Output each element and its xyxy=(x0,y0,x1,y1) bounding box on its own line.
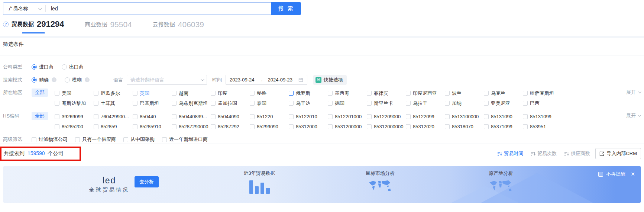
hs-expand-button[interactable]: 展开 xyxy=(626,112,640,119)
close-icon[interactable]: ✕ xyxy=(631,171,635,177)
radio-icon[interactable] xyxy=(32,77,37,83)
checkbox-icon[interactable] xyxy=(123,137,128,142)
checkbox-icon[interactable] xyxy=(162,137,167,142)
hs-checkbox-item[interactable]: 85285200 xyxy=(55,122,94,132)
checkbox-icon[interactable] xyxy=(211,91,216,96)
region-checkbox-item[interactable]: 印度尼西亚 xyxy=(406,88,445,98)
advanced-checkbox-item[interactable]: 只有一个供应商 xyxy=(75,135,116,144)
hs-checkbox-item[interactable]: 8513100000 xyxy=(445,112,484,122)
region-all-chip[interactable]: 全部 xyxy=(32,89,48,97)
checkbox-icon[interactable] xyxy=(133,91,137,96)
question-circle-icon[interactable]: ? xyxy=(3,22,9,27)
checkbox-icon[interactable] xyxy=(172,114,177,119)
sort-button[interactable]: 贸易次数 xyxy=(531,150,557,157)
checkbox-icon[interactable] xyxy=(133,114,137,119)
checkbox-icon[interactable] xyxy=(55,124,59,129)
checkbox-icon[interactable] xyxy=(484,114,489,119)
region-checkbox-item[interactable]: 亚美尼亚 xyxy=(484,98,523,108)
region-checkbox-item[interactable]: 泰国 xyxy=(250,98,289,108)
checkbox-icon[interactable] xyxy=(406,91,411,96)
region-checkbox-item[interactable]: 墨西哥 xyxy=(328,88,367,98)
search-button[interactable]: 搜 索 xyxy=(271,2,301,15)
checkbox-icon[interactable] xyxy=(406,101,411,106)
region-checkbox-item[interactable]: 巴基斯坦 xyxy=(133,98,172,108)
checkbox-icon[interactable] xyxy=(445,124,450,129)
checkbox-icon[interactable] xyxy=(523,124,528,129)
region-checkbox-item[interactable]: 德国 xyxy=(328,98,367,108)
region-checkbox-item[interactable]: 越南 xyxy=(172,88,211,98)
hs-checkbox-item[interactable]: 85371099 xyxy=(484,122,523,132)
hs-checkbox-item[interactable]: 8512201000 xyxy=(328,112,367,122)
banner-card-target-market[interactable]: 目标市场分析 xyxy=(347,170,414,196)
checkbox-icon[interactable] xyxy=(367,124,372,129)
checkbox-icon[interactable] xyxy=(328,114,333,119)
radio-importer[interactable]: 进口商 xyxy=(32,62,54,71)
checkbox-icon[interactable] xyxy=(55,91,59,96)
tab-trade-data[interactable]: ? 贸易数据 291294 xyxy=(3,19,64,33)
checkbox-icon[interactable] xyxy=(250,124,255,129)
checkbox-icon[interactable] xyxy=(32,137,36,142)
checkbox-icon[interactable] xyxy=(211,114,216,119)
hs-checkbox-item[interactable]: 850440 xyxy=(133,112,172,122)
hs-checkbox-item[interactable]: 851220 xyxy=(250,112,289,122)
hs-checkbox-item[interactable]: 852859 xyxy=(94,122,133,132)
region-checkbox-item[interactable]: 孟加拉国 xyxy=(211,98,250,108)
hs-checkbox-item[interactable]: 853951 xyxy=(523,122,562,132)
hs-checkbox-item[interactable]: 850440839... xyxy=(172,112,211,122)
hs-checkbox-item[interactable]: 85131099 xyxy=(523,112,562,122)
hs-checkbox-item[interactable]: 85312000000 xyxy=(367,122,406,132)
sort-button[interactable]: 供应商数 xyxy=(564,150,590,157)
checkbox-icon[interactable] xyxy=(172,124,177,129)
region-checkbox-item[interactable]: 厄瓜多尔 xyxy=(94,88,133,98)
checkbox-icon[interactable] xyxy=(406,114,411,119)
region-checkbox-item[interactable]: 俄罗斯 xyxy=(289,88,328,98)
hs-checkbox-item[interactable]: 8512209000 xyxy=(367,112,406,122)
hs-checkbox-item[interactable]: 85131090 xyxy=(484,112,523,122)
radio-icon[interactable] xyxy=(62,64,67,70)
hs-checkbox-item[interactable]: 85122010 xyxy=(289,112,328,122)
checkbox-icon[interactable] xyxy=(94,91,98,96)
checkbox-icon[interactable] xyxy=(172,91,177,96)
checkbox-icon[interactable] xyxy=(94,124,98,129)
checkbox-icon[interactable] xyxy=(406,124,411,129)
radio-exact[interactable]: 精确 i xyxy=(32,76,56,84)
region-checkbox-item[interactable]: 乌拉圭 xyxy=(406,98,445,108)
checkbox-icon[interactable] xyxy=(250,91,255,96)
radio-icon[interactable] xyxy=(65,77,70,83)
checkbox-icon[interactable] xyxy=(133,124,137,129)
checkbox-icon[interactable] xyxy=(523,101,528,106)
checkbox-icon[interactable] xyxy=(328,124,333,129)
tab-business-data[interactable]: 商业数据 95504 xyxy=(85,20,132,33)
checkbox-icon[interactable] xyxy=(328,91,333,96)
checkbox-icon[interactable] xyxy=(445,114,450,119)
checkbox-icon[interactable] xyxy=(523,91,528,96)
checkbox-icon[interactable] xyxy=(367,101,372,106)
region-checkbox-item[interactable]: 哈萨克斯坦 xyxy=(523,88,562,98)
region-checkbox-item[interactable]: 印度 xyxy=(211,88,250,98)
hs-checkbox-item[interactable]: 85122099 xyxy=(406,112,445,122)
import-crm-button[interactable]: 导入内部CRM xyxy=(595,148,641,159)
region-checkbox-item[interactable]: 乌克兰 xyxy=(484,88,523,98)
checkbox-icon[interactable] xyxy=(211,101,216,106)
region-checkbox-item[interactable]: 菲律宾 xyxy=(367,88,406,98)
region-checkbox-item[interactable]: 斯里兰卡 xyxy=(367,98,406,108)
checkbox-icon[interactable] xyxy=(289,114,294,119)
search-field-selector[interactable]: 产品名称 xyxy=(3,5,45,12)
checkbox-icon[interactable] xyxy=(94,114,98,119)
region-expand-button[interactable]: 展开 xyxy=(626,89,640,96)
checkbox-icon[interactable] xyxy=(172,101,177,106)
region-checkbox-item[interactable]: 乌兹别克斯坦 xyxy=(172,98,211,108)
dismiss-checkbox[interactable] xyxy=(598,172,603,177)
hs-checkbox-item[interactable]: 85285910 xyxy=(133,122,172,132)
checkbox-icon[interactable] xyxy=(484,101,489,106)
checkbox-icon[interactable] xyxy=(445,91,450,96)
advanced-checkbox-item[interactable]: 过滤物流公司 xyxy=(32,135,68,144)
advanced-checkbox-item[interactable]: 从中国采购 xyxy=(123,135,155,144)
date-range-picker[interactable]: 2023-09-24 → 2024-09-23 xyxy=(226,75,307,85)
radio-exporter[interactable]: 出口商 xyxy=(62,62,84,71)
checkbox-icon[interactable] xyxy=(484,124,489,129)
checkbox-icon[interactable] xyxy=(250,114,255,119)
region-checkbox-item[interactable]: 波兰 xyxy=(445,88,484,98)
checkbox-icon[interactable] xyxy=(55,114,59,119)
checkbox-icon[interactable] xyxy=(289,101,294,106)
